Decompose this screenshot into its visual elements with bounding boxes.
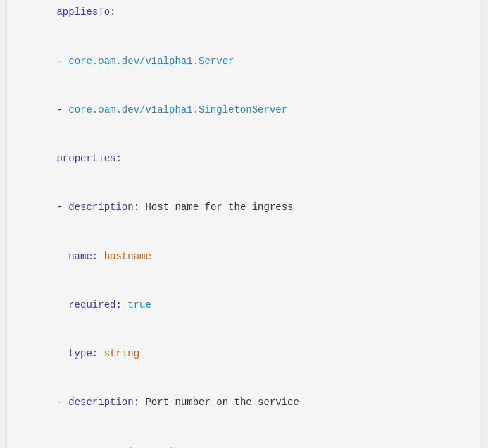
- prop2-name-line: name: service_port: [21, 428, 467, 448]
- applies-to-key: appliesTo: [56, 6, 110, 18]
- applies-item1-val: core.oam.dev/v1alpha1.Server: [68, 56, 234, 67]
- applies-item1-line: - core.oam.dev/v1alpha1.Server: [21, 37, 467, 85]
- prop2-desc-val: Port number on the service: [145, 397, 299, 408]
- properties-line: properties:: [21, 135, 467, 183]
- prop2-desc-line: - description: Port number on the servic…: [21, 378, 467, 427]
- prop1-desc-val: Host name for the ingress: [145, 201, 293, 213]
- prop1-desc-line: - description: Host name for the ingress: [21, 183, 467, 232]
- applies-item2-val: core.oam.dev/v1alpha1.SingletonServer: [68, 104, 287, 116]
- terminal-window: $ kubectl get trait ingress -o yaml apiV…: [7, 0, 481, 448]
- prop1-name-line: name: hostname: [21, 232, 467, 281]
- prop1-req-val: true: [127, 299, 151, 311]
- prop1-type-line: type: string: [21, 330, 467, 378]
- applies-to-line: appliesTo:: [21, 0, 467, 37]
- prop1-req-line: required: true: [21, 281, 467, 330]
- properties-key: properties: [56, 153, 115, 164]
- prop1-type-val: string: [104, 348, 139, 359]
- applies-item2-line: - core.oam.dev/v1alpha1.SingletonServer: [21, 86, 467, 135]
- prop1-name-val: hostname: [104, 251, 151, 262]
